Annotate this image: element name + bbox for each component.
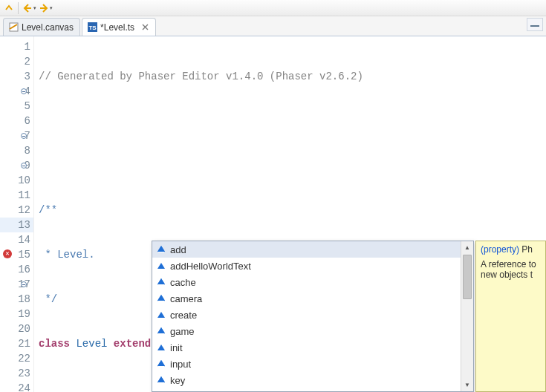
property-icon [157,359,166,368]
autocomplete-item[interactable]: add [152,241,461,258]
property-icon [157,376,166,385]
svg-text:TS: TS [88,24,97,31]
autocomplete-item[interactable]: camera [152,290,461,307]
nav-back-icon[interactable] [22,2,33,14]
error-marker-icon[interactable]: ✕ [3,249,12,258]
svg-rect-5 [530,25,539,27]
autocomplete-item-label: create [170,310,197,321]
minimize-view-button[interactable] [527,18,543,31]
property-icon [157,278,166,287]
tab-label: *Level.ts [100,22,134,33]
tab-label: Level.canvas [22,22,74,33]
autocomplete-item-label: addHelloWorldText [170,261,251,272]
scroll-up-icon[interactable]: ▲ [461,241,473,254]
tab-level-canvas[interactable]: Level.canvas [3,18,80,36]
tab-level-ts[interactable]: TS *Level.ts [82,18,156,36]
code-text: // Generated by Phaser Editor v1.4.0 (Ph… [39,71,363,82]
method-icon [157,261,166,270]
autocomplete-list[interactable]: addaddHelloWorldTextcachecameracreategam… [152,241,461,391]
scroll-thumb[interactable] [463,255,472,299]
autocomplete-item-label: init [170,342,183,353]
property-icon [157,327,166,336]
fold-marker-icon[interactable] [21,133,27,139]
close-icon[interactable] [140,23,149,32]
tooltip-link[interactable]: (property) [481,244,519,255]
nav-fwd-icon[interactable] [38,2,50,14]
autocomplete-item-label: camera [170,293,202,304]
main-toolbar: ▾ ▾ [0,0,546,16]
method-icon [157,310,166,319]
fold-marker-icon[interactable] [21,163,27,169]
autocomplete-item[interactable]: cache [152,274,461,290]
autocomplete-item[interactable]: init [152,339,461,356]
doc-tooltip: (property) Ph A reference to new objects… [475,241,546,392]
autocomplete-item-label: game [170,326,195,337]
autocomplete-item-label: add [170,244,186,255]
fold-marker-icon[interactable] [21,281,27,287]
autocomplete-item[interactable]: key [152,372,461,388]
fold-marker-icon[interactable] [21,88,27,94]
nav-fwd-dropdown[interactable]: ▾ [50,5,53,11]
method-icon [157,343,166,352]
toolbar-sep [18,2,19,14]
scroll-down-icon[interactable]: ▼ [461,379,473,391]
autocomplete-item-label: cache [170,277,196,288]
gutter: 1 2 3 4 5 6 7 8 9 10 11 12 13 14 ✕15 16 … [0,36,34,392]
autocomplete-item[interactable]: create [152,307,461,323]
autocomplete-popup[interactable]: addaddHelloWorldTextcachecameracreategam… [152,241,474,392]
property-icon [157,245,166,254]
canvas-file-icon [8,22,19,33]
property-icon [157,294,166,303]
autocomplete-item[interactable]: addHelloWorldText [152,258,461,274]
autocomplete-item-label: key [170,375,185,386]
editor-tabbar: Level.canvas TS *Level.ts [0,16,546,36]
drill-up-icon[interactable] [3,2,15,14]
autocomplete-item[interactable]: input [152,356,461,372]
autocomplete-item[interactable]: game [152,323,461,339]
autocomplete-scrollbar[interactable]: ▲ ▼ [461,241,473,391]
nav-back-dropdown[interactable]: ▾ [33,5,36,11]
autocomplete-item-label: input [170,359,191,370]
ts-file-icon: TS [87,22,97,33]
